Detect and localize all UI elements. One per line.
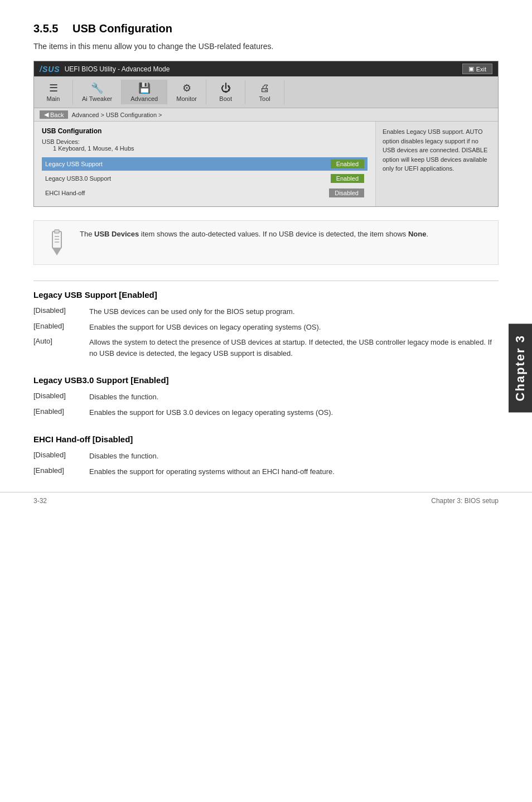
- exit-label: Exit: [476, 66, 486, 73]
- nav-boot-label: Boot: [219, 95, 232, 102]
- legacy-usb-key-disabled: [Disabled]: [33, 305, 89, 321]
- note-pencil-icon: [43, 229, 71, 257]
- exit-button[interactable]: ▣ Exit: [462, 64, 492, 74]
- exit-icon: ▣: [468, 65, 474, 73]
- legacy-usb-opt-enabled: [Enabled] Enables the support for USB de…: [33, 321, 499, 336]
- legacy-usb30-options: [Disabled] Disables the function. [Enabl…: [33, 390, 499, 421]
- back-arrow-icon: ◀: [44, 111, 49, 118]
- legacy-usb30-key-disabled: [Disabled]: [33, 390, 89, 406]
- svg-rect-1: [55, 230, 59, 233]
- nav-main-label: Main: [47, 95, 60, 102]
- advanced-icon: 💾: [138, 82, 151, 94]
- legacy-usb30-val-enabled: Enables the support for USB 3.0 devices …: [89, 406, 499, 422]
- legacy-usb30-section: Legacy USB3.0 Support [Enabled] [Disable…: [33, 375, 499, 421]
- svg-marker-2: [52, 248, 61, 255]
- ehci-title: EHCI Hand-off [Disabled]: [33, 434, 499, 444]
- bios-help-text: Enables Legacy USB support. AUTO option …: [383, 128, 487, 172]
- tool-icon: 🖨: [260, 83, 270, 94]
- nav-advanced-label: Advanced: [130, 95, 158, 102]
- ehci-opt-enabled: [Enabled] Enables the support for operat…: [33, 465, 499, 481]
- section-title: USB Configuration: [72, 22, 172, 35]
- bios-content: USB Configuration USB Devices: 1 Keyboar…: [34, 122, 498, 206]
- bios-row-legacy-usb30[interactable]: Legacy USB3.0 Support Enabled: [42, 172, 367, 185]
- legacy-usb-val-enabled: Enables the support for USB devices on l…: [89, 321, 499, 336]
- nav-tool-label: Tool: [259, 95, 270, 102]
- legacy-usb-opt-disabled: [Disabled] The USB devices can be used o…: [33, 305, 499, 321]
- nav-advanced[interactable]: 💾 Advanced: [122, 80, 167, 104]
- ehci-options: [Disabled] Disables the function. [Enabl…: [33, 450, 499, 480]
- note-bold-usb-devices: USB Devices: [94, 230, 139, 238]
- page-footer: 3-32 Chapter 3: BIOS setup: [0, 492, 532, 505]
- usb-devices-value: 1 Keyboard, 1 Mouse, 4 Hubs: [53, 145, 134, 152]
- svg-rect-0: [52, 231, 61, 248]
- ehci-val-enabled: Enables the support for operating system…: [89, 465, 499, 481]
- legacy-usb-title: Legacy USB Support [Enabled]: [33, 290, 499, 299]
- legacy-usb-section: Legacy USB Support [Enabled] [Disabled] …: [33, 290, 499, 362]
- legacy-usb30-opt-enabled: [Enabled] Enables the support for USB 3.…: [33, 406, 499, 422]
- legacy-usb30-label: Legacy USB3.0 Support: [45, 175, 111, 182]
- legacy-usb30-opt-disabled: [Disabled] Disables the function.: [33, 390, 499, 406]
- note-box: The USB Devices item shows the auto-dete…: [33, 220, 499, 265]
- chapter-sidebar: Chapter 3: [509, 323, 532, 412]
- back-label: Back: [50, 112, 64, 118]
- monitor-icon: ⚙: [182, 82, 191, 94]
- bios-ui-title: UEFI BIOS Utility - Advanced Mode: [65, 65, 170, 73]
- ehci-badge: Disabled: [329, 189, 364, 197]
- section-number: 3.5.5: [33, 22, 58, 35]
- bios-right-panel: Enables Legacy USB support. AUTO option …: [375, 122, 498, 206]
- note-text: The USB Devices item shows the auto-dete…: [80, 229, 428, 240]
- usb-devices-label: USB Devices:: [42, 138, 80, 145]
- chapter-label: Chapter 3: [513, 335, 527, 401]
- section-divider-1: [33, 281, 499, 281]
- bios-section-title: USB Configuration: [42, 127, 367, 135]
- bios-breadcrumb: ◀ Back Advanced > USB Configuration >: [34, 108, 498, 122]
- nav-boot[interactable]: ⏻ Boot: [206, 80, 245, 104]
- footer-right: Chapter 3: BIOS setup: [431, 497, 499, 505]
- bios-navbar: ☰ Main 🔧 Ai Tweaker 💾 Advanced ⚙ Monitor…: [34, 76, 498, 108]
- legacy-usb-options: [Disabled] The USB devices can be used o…: [33, 305, 499, 362]
- page-container: 3.5.5 USB Configuration The items in thi…: [0, 0, 532, 516]
- nav-tool[interactable]: 🖨 Tool: [245, 80, 284, 104]
- legacy-usb-opt-auto: [Auto] Allows the system to detect the p…: [33, 336, 499, 362]
- bios-screenshot: /SUS UEFI BIOS Utility - Advanced Mode ▣…: [33, 61, 499, 207]
- legacy-usb30-val-disabled: Disables the function.: [89, 390, 499, 406]
- ehci-val-disabled: Disables the function.: [89, 450, 499, 465]
- legacy-usb-key-enabled: [Enabled]: [33, 321, 89, 336]
- back-button[interactable]: ◀ Back: [40, 110, 68, 119]
- section-heading: 3.5.5 USB Configuration: [33, 22, 499, 35]
- footer-left: 3-32: [33, 497, 47, 505]
- ai-tweaker-icon: 🔧: [91, 82, 103, 94]
- bios-left-panel: USB Configuration USB Devices: 1 Keyboar…: [34, 122, 375, 206]
- ehci-label: EHCI Hand-off: [45, 190, 85, 196]
- legacy-usb30-title: Legacy USB3.0 Support [Enabled]: [33, 375, 499, 385]
- legacy-usb-key-auto: [Auto]: [33, 336, 89, 362]
- bios-usb-devices: USB Devices: 1 Keyboard, 1 Mouse, 4 Hubs: [42, 138, 367, 152]
- bios-row-ehci[interactable]: EHCI Hand-off Disabled: [42, 186, 367, 200]
- bios-row-legacy-usb[interactable]: Legacy USB Support Enabled: [42, 157, 367, 171]
- note-bold-none: None: [408, 230, 427, 238]
- boot-icon: ⏻: [221, 83, 231, 94]
- legacy-usb-val-auto: Allows the system to detect the presence…: [89, 336, 499, 362]
- legacy-usb30-key-enabled: [Enabled]: [33, 406, 89, 422]
- nav-ai-tweaker-label: Ai Tweaker: [82, 95, 112, 102]
- nav-monitor-label: Monitor: [176, 95, 197, 102]
- intro-text: The items in this menu allow you to chan…: [33, 42, 499, 51]
- bios-titlebar: /SUS UEFI BIOS Utility - Advanced Mode ▣…: [34, 61, 498, 76]
- breadcrumb-path: Advanced > USB Configuration >: [71, 112, 162, 118]
- legacy-usb-badge: Enabled: [331, 160, 364, 168]
- ehci-opt-disabled: [Disabled] Disables the function.: [33, 450, 499, 465]
- ehci-key-enabled: [Enabled]: [33, 465, 89, 481]
- nav-ai-tweaker[interactable]: 🔧 Ai Tweaker: [73, 80, 122, 104]
- nav-monitor[interactable]: ⚙ Monitor: [167, 80, 206, 104]
- asus-logo: /SUS: [40, 65, 60, 74]
- legacy-usb30-badge: Enabled: [331, 174, 364, 183]
- nav-main[interactable]: ☰ Main: [34, 80, 73, 104]
- main-icon: ☰: [49, 82, 58, 94]
- legacy-usb-val-disabled: The USB devices can be used only for the…: [89, 305, 499, 321]
- ehci-key-disabled: [Disabled]: [33, 450, 89, 465]
- legacy-usb-label: Legacy USB Support: [45, 161, 103, 167]
- ehci-section: EHCI Hand-off [Disabled] [Disabled] Disa…: [33, 434, 499, 480]
